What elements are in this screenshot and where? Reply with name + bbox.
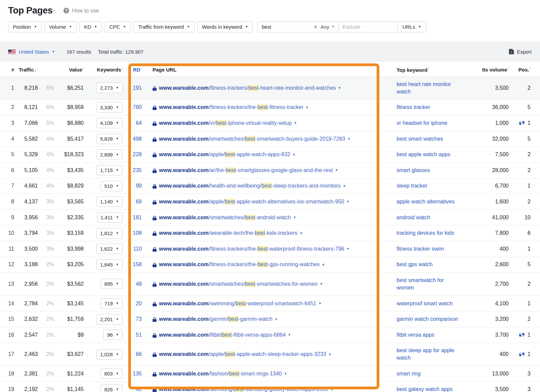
how-to-use-link[interactable]: ? How to use xyxy=(63,8,99,14)
url-path-post[interactable]: -kids-trackers xyxy=(265,230,297,236)
rd-count[interactable]: 108 xyxy=(125,230,142,236)
top-keyword-link[interactable]: smart glasses xyxy=(397,167,430,173)
url-domain[interactable]: www.wareable.com xyxy=(159,351,209,357)
filter-dropdown-words-in-keyword[interactable]: Words in keyword ▼ xyxy=(197,21,253,32)
url-path-pre[interactable]: /fitness-trackers/ xyxy=(209,85,248,91)
top-keyword-link[interactable]: vr headset for iphone xyxy=(397,120,447,126)
url-expand-caret[interactable]: ▼ xyxy=(328,353,332,356)
top-keyword-link[interactable]: best sleep app for apple watch xyxy=(397,347,454,361)
url-path-pre[interactable]: /fitness-trackers/the- xyxy=(209,246,258,252)
url-path-highlight[interactable]: best xyxy=(225,151,235,158)
rd-count[interactable]: 20 xyxy=(125,301,142,307)
top-keyword-link[interactable]: best galaxy watch apps xyxy=(397,386,453,392)
url-path-pre[interactable]: /swimming/ xyxy=(209,301,236,307)
top-keyword-link[interactable]: sleep tracker xyxy=(397,183,428,189)
url-expand-caret[interactable]: ▼ xyxy=(346,200,350,203)
filter-dropdown-volume[interactable]: Volume ▼ xyxy=(44,21,77,32)
top-keyword-link[interactable]: best smart watches xyxy=(397,136,443,142)
rd-count[interactable]: 235 xyxy=(125,167,142,173)
top-keyword-link[interactable]: best apple watch apps xyxy=(397,151,450,157)
clear-icon[interactable]: ✕ xyxy=(314,24,318,30)
url-expand-caret[interactable]: ▼ xyxy=(322,263,325,267)
rd-count[interactable]: 228 xyxy=(125,151,142,158)
keywords-dropdown[interactable]: 2,273 ▼ xyxy=(97,83,123,93)
url-expand-caret[interactable]: ▼ xyxy=(294,121,297,125)
rd-count[interactable]: 191 xyxy=(125,85,142,91)
url-domain[interactable]: www.wareable.com xyxy=(159,230,209,236)
keywords-dropdown[interactable]: 1,812 ▼ xyxy=(97,228,123,239)
url-expand-caret[interactable]: ▼ xyxy=(330,388,333,391)
url-domain[interactable]: www.wareable.com xyxy=(159,332,209,338)
top-keyword-link[interactable]: fitness tracker xyxy=(397,104,430,110)
url-path-highlight[interactable]: best xyxy=(262,183,272,189)
keywords-dropdown[interactable]: 826 ▼ xyxy=(101,384,123,392)
url-path-highlight[interactable]: best xyxy=(225,351,235,357)
top-keyword-link[interactable]: fitness tracker swim xyxy=(397,246,444,252)
url-path-highlight[interactable]: best xyxy=(225,199,235,205)
url-domain[interactable]: www.wareable.com xyxy=(159,136,209,142)
url-domain[interactable]: www.wareable.com xyxy=(159,301,209,307)
url-path-highlight[interactable]: best xyxy=(258,246,268,252)
rd-count[interactable]: 110 xyxy=(125,246,142,252)
url-path-highlight[interactable]: best xyxy=(229,371,239,377)
url-path-pre[interactable]: /health-and-wellbeing/ xyxy=(209,183,262,189)
keywords-dropdown[interactable]: 1,845 ▼ xyxy=(97,259,123,270)
url-domain[interactable]: www.wareable.com xyxy=(159,281,209,287)
country-dropdown[interactable]: United States ▼ xyxy=(8,49,55,55)
url-path-post[interactable]: -waterproof-fitness-trackers-796 xyxy=(268,246,344,252)
url-path-post[interactable]: -smartglasses-google-glass-and-the-rest xyxy=(236,167,333,173)
top-keyword-link[interactable]: best heart rate monitor watch xyxy=(397,81,451,94)
url-path-highlight[interactable]: best xyxy=(258,261,268,268)
keywords-dropdown[interactable]: 1,715 ▼ xyxy=(97,165,123,175)
url-domain[interactable]: www.wareable.com xyxy=(159,167,209,173)
url-path-pre[interactable]: /fitness-trackers/the- xyxy=(209,104,258,110)
keywords-dropdown[interactable]: 3,330 ▼ xyxy=(97,102,123,113)
keywords-dropdown[interactable]: 1,622 ▼ xyxy=(97,244,123,254)
url-expand-caret[interactable]: ▼ xyxy=(299,231,303,235)
keywords-dropdown[interactable]: 1,028 ▼ xyxy=(97,349,123,360)
url-path-post[interactable]: -android-watch xyxy=(255,215,291,221)
col-header-value[interactable]: Valuei xyxy=(55,66,84,73)
url-expand-caret[interactable]: ▼ xyxy=(346,247,350,251)
top-keyword-link[interactable]: tracking devices for kids xyxy=(397,230,454,236)
match-mode-dropdown[interactable]: Any ▼ xyxy=(321,24,335,30)
keywords-dropdown[interactable]: 4,109 ▼ xyxy=(97,118,123,128)
url-expand-caret[interactable]: ▼ xyxy=(347,137,351,141)
url-path-post[interactable]: -sleep-trackers-and-monitors xyxy=(272,183,341,189)
rd-count[interactable]: 69 xyxy=(125,199,142,205)
export-button[interactable]: ↓ Export xyxy=(509,49,532,55)
url-domain[interactable]: www.wareable.com xyxy=(159,246,209,252)
url-expand-caret[interactable]: ▼ xyxy=(288,333,291,337)
url-path-pre[interactable]: /apple/ xyxy=(209,151,225,158)
top-keyword-link[interactable]: waterproof smart watch xyxy=(397,301,453,306)
col-header-page-url[interactable]: Page URL xyxy=(142,67,375,73)
url-domain[interactable]: www.wareable.com xyxy=(159,183,209,189)
url-domain[interactable]: www.wareable.com xyxy=(159,151,209,158)
url-path-highlight[interactable]: best xyxy=(228,316,238,322)
url-path-pre[interactable]: /wearable-tech/the- xyxy=(209,230,255,236)
url-path-pre[interactable]: /smartwatches/ xyxy=(209,215,245,221)
url-path-pre[interactable]: /apple/ xyxy=(209,351,225,357)
col-header-pos[interactable]: Pos.i xyxy=(509,66,531,73)
exclude-input[interactable] xyxy=(342,24,394,30)
col-header-traffic[interactable]: Traffic↓i xyxy=(14,66,38,73)
url-path-pre[interactable]: /vr/ xyxy=(209,120,216,126)
url-expand-caret[interactable]: ▼ xyxy=(274,317,278,321)
top-keyword-link[interactable]: best gps watch xyxy=(397,261,433,267)
url-domain[interactable]: www.wareable.com xyxy=(159,316,209,322)
url-path-highlight[interactable]: best xyxy=(236,301,246,307)
url-expand-caret[interactable]: ▼ xyxy=(305,106,309,109)
url-path-highlight[interactable]: best xyxy=(258,104,268,110)
url-expand-caret[interactable]: ▼ xyxy=(335,168,338,172)
url-path-pre[interactable]: /smartwatches/ xyxy=(209,281,245,287)
keywords-dropdown[interactable]: 719 ▼ xyxy=(101,298,123,309)
url-domain[interactable]: www.wareable.com xyxy=(159,199,209,205)
url-domain[interactable]: www.wareable.com xyxy=(159,215,209,221)
url-path-highlight[interactable]: best xyxy=(216,120,226,126)
url-path-post[interactable]: -waterproof-smartwatch-6451 xyxy=(246,301,316,307)
url-expand-caret[interactable]: ▼ xyxy=(293,216,296,219)
top-keyword-link[interactable]: best smartwatch for women xyxy=(397,277,444,290)
url-path-post[interactable]: -apple-watch-alternatives-ios-smartwatch… xyxy=(235,199,344,205)
rd-count[interactable]: 48 xyxy=(125,281,142,287)
rd-count[interactable]: 73 xyxy=(125,316,142,322)
